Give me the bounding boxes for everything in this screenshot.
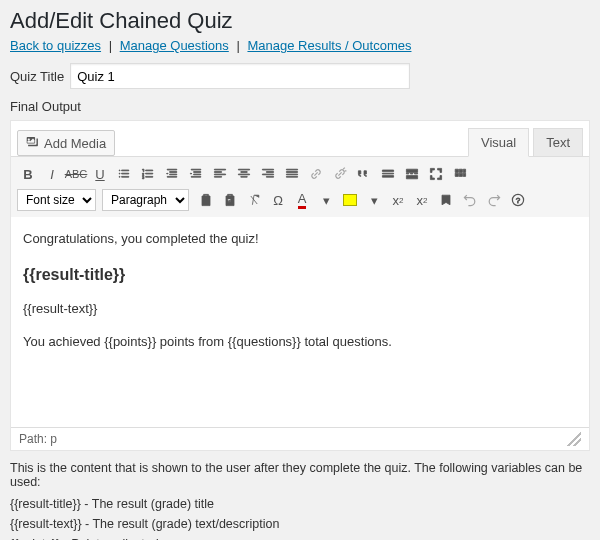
variable-item: {{result-title}} - The result (grade) ti… (10, 497, 590, 511)
anchor-button[interactable] (435, 189, 457, 211)
font-size-select[interactable]: Font size (17, 189, 96, 211)
more-button[interactable] (377, 163, 399, 185)
paste-button[interactable] (195, 189, 217, 211)
tab-text[interactable]: Text (533, 128, 583, 157)
quiz-title-input[interactable] (70, 63, 410, 89)
clear-format-button[interactable] (243, 189, 265, 211)
final-output-label: Final Output (10, 99, 590, 114)
italic-button[interactable]: I (41, 163, 63, 185)
strikethrough-button[interactable]: ABC (65, 163, 87, 185)
format-select[interactable]: Paragraph (102, 189, 189, 211)
link-button[interactable] (305, 163, 327, 185)
add-media-label: Add Media (44, 136, 106, 151)
align-center-button[interactable] (233, 163, 255, 185)
editor-paragraph: You achieved {{points}} points from {{qu… (23, 332, 577, 353)
quiz-title-row: Quiz Title (10, 63, 590, 89)
outdent-button[interactable] (161, 163, 183, 185)
help-text: This is the content that is shown to the… (10, 461, 590, 489)
media-icon (26, 135, 40, 151)
highlight-button[interactable] (339, 189, 361, 211)
bold-button[interactable]: B (17, 163, 39, 185)
text-color-dropdown[interactable]: ▾ (315, 189, 337, 211)
align-left-button[interactable] (209, 163, 231, 185)
bullet-list-button[interactable] (113, 163, 135, 185)
text-color-button[interactable]: A (291, 189, 313, 211)
editor-content[interactable]: Congratulations, you completed the quiz!… (11, 217, 589, 427)
blockquote-button[interactable] (353, 163, 375, 185)
subscript-button[interactable]: x2 (387, 189, 409, 211)
indent-button[interactable] (185, 163, 207, 185)
variable-list: {{result-title}} - The result (grade) ti… (10, 497, 590, 540)
page-title: Add/Edit Chained Quiz (10, 8, 590, 34)
quiz-title-label: Quiz Title (10, 69, 64, 84)
align-justify-button[interactable] (281, 163, 303, 185)
link-back-to-quizzes[interactable]: Back to quizzes (10, 38, 101, 53)
editor-paragraph: Congratulations, you completed the quiz! (23, 229, 577, 250)
link-manage-results[interactable]: Manage Results / Outcomes (247, 38, 411, 53)
highlight-dropdown[interactable]: ▾ (363, 189, 385, 211)
paste-word-button[interactable] (219, 189, 241, 211)
toolbar-toggle-button[interactable] (449, 163, 471, 185)
unlink-button[interactable] (329, 163, 351, 185)
help-button[interactable]: ? (507, 189, 529, 211)
pagebreak-button[interactable] (401, 163, 423, 185)
editor-container: Add Media Visual Text B I ABC U (10, 120, 590, 451)
underline-button[interactable]: U (89, 163, 111, 185)
svg-text:?: ? (516, 196, 521, 205)
superscript-button[interactable]: x2 (411, 189, 433, 211)
resize-handle[interactable] (567, 432, 581, 446)
editor-path-bar: Path: p (11, 427, 589, 450)
align-right-button[interactable] (257, 163, 279, 185)
breadcrumb-links: Back to quizzes | Manage Questions | Man… (10, 38, 590, 53)
redo-button[interactable] (483, 189, 505, 211)
variable-item: {{result-text}} - The result (grade) tex… (10, 517, 590, 531)
editor-tabs: Visual Text (468, 127, 583, 156)
undo-button[interactable] (459, 189, 481, 211)
path-label: Path: p (19, 432, 57, 446)
fullscreen-button[interactable] (425, 163, 447, 185)
editor-heading: {{result-title}} (23, 262, 577, 288)
special-char-button[interactable]: Ω (267, 189, 289, 211)
editor-toolbar: B I ABC U Font size Paragraph (11, 156, 589, 217)
editor-paragraph: {{result-text}} (23, 299, 577, 320)
add-media-button[interactable]: Add Media (17, 130, 115, 156)
tab-visual[interactable]: Visual (468, 128, 529, 157)
number-list-button[interactable] (137, 163, 159, 185)
link-manage-questions[interactable]: Manage Questions (120, 38, 229, 53)
